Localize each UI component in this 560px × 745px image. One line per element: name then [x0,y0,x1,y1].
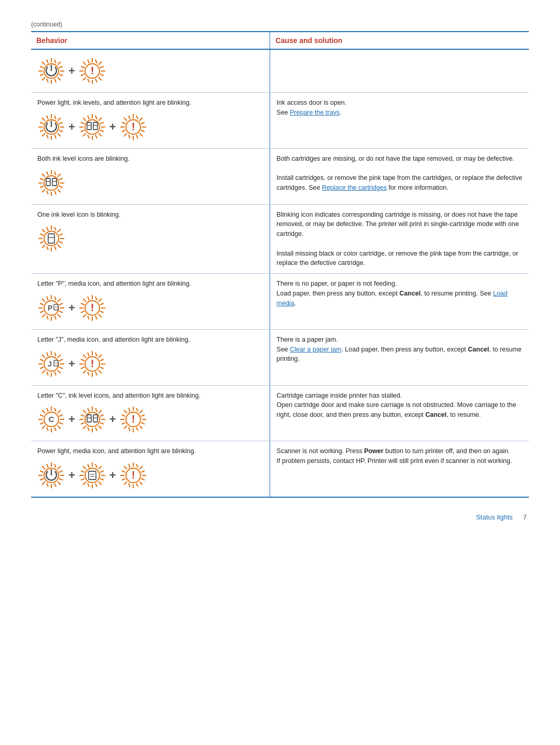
period: . [340,109,341,116]
svg-line-240 [88,427,89,431]
behavior-cell: Power light, media icon, and attention l… [37,446,263,491]
svg-line-165 [95,297,97,300]
svg-line-273 [59,479,63,480]
status-lights-link[interactable]: Status lights [476,513,513,521]
svg-line-44 [59,130,63,132]
svg-line-77 [124,118,127,121]
plus-sign: + [68,121,75,133]
svg-line-174 [58,370,61,373]
cause-text: Open cartridge door and make sure carria… [276,401,516,418]
svg-line-4 [42,62,45,65]
period: . [294,300,296,307]
cause-text: Blinking icon indicates corresponding ca… [276,211,519,238]
plus-sign: + [109,414,116,425]
svg-line-307 [124,482,127,485]
svg-line-15 [47,79,48,82]
svg-line-177 [40,359,44,361]
svg-line-158 [99,299,102,302]
svg-line-79 [124,133,127,136]
svg-line-65 [95,135,97,138]
cause-cell: There is no paper, or paper is not feedi… [270,274,529,330]
svg-line-12 [47,60,48,63]
svg-line-285 [83,466,86,469]
svg-line-290 [100,479,104,480]
svg-line-183 [54,353,56,356]
svg-line-272 [40,471,44,472]
exclaim-blink-icon: ! [78,294,106,322]
svg-line-28 [100,66,104,68]
svg-line-66 [95,116,97,119]
svg-line-46 [59,122,63,124]
col2-header: Cause and solution [270,32,529,49]
svg-line-84 [141,122,145,124]
svg-line-234 [100,423,104,424]
clear-paper-jam-link[interactable]: Clear a paper jam [290,346,341,353]
svg-line-124 [47,227,48,231]
svg-line-268 [42,466,45,469]
svg-line-23 [83,77,86,80]
svg-line-135 [42,299,45,302]
main-table: Behavior Cause and solution [31,31,529,498]
behavior-cell: + [37,55,263,87]
icon-row [37,224,263,252]
svg-line-308 [139,466,143,469]
svg-line-136 [58,314,61,317]
svg-line-47 [47,116,48,119]
cause-cell: Both cartridges are missing, or do not h… [270,148,529,204]
svg-line-309 [122,471,125,472]
svg-point-297 [85,468,100,483]
icon-row: + [37,113,263,141]
exclaim-blink-icon: ! [119,405,147,433]
svg-line-314 [136,483,138,487]
svg-line-211 [42,410,45,413]
cause-text: Cartridge carriage inside printer has st… [276,392,402,399]
svg-line-270 [42,482,45,485]
table-row: Letter "J", media icon, and attention li… [31,329,529,385]
svg-line-78 [139,133,143,136]
svg-line-278 [54,464,56,468]
svg-line-313 [129,464,130,468]
replace-cartridges-link[interactable]: Replace the cartridges [322,184,387,191]
svg-line-22 [99,77,102,80]
icon-row [37,169,263,197]
cause-text: If problem persists, contact HP. Printer… [276,457,512,465]
svg-line-45 [40,130,44,132]
svg-line-8 [40,66,44,68]
icon-row: + [37,57,263,85]
cause-text: Load paper, then press any button, excep… [276,290,493,297]
svg-line-67 [88,135,89,138]
svg-line-137 [42,314,45,317]
svg-line-238 [95,427,97,431]
svg-line-275 [59,471,63,472]
svg-line-213 [42,426,45,429]
svg-line-42 [58,118,61,121]
cause-text: See [276,346,290,353]
plus-sign: + [68,302,75,314]
svg-line-99 [40,178,44,180]
svg-line-260 [136,408,138,412]
svg-line-95 [42,174,45,177]
svg-line-30 [95,79,97,82]
svg-line-279 [47,483,48,487]
svg-line-43 [40,122,44,124]
svg-line-41 [42,133,45,136]
svg-line-138 [58,299,61,302]
table-row: + [31,49,529,93]
svg-line-217 [40,423,44,424]
svg-line-286 [99,482,102,485]
p-media-blink-icon: P [37,294,65,322]
behavior-text: Power light, ink levels, and attention l… [37,98,263,108]
svg-line-222 [47,427,48,431]
svg-line-261 [129,427,130,431]
icon-row: J + [37,350,263,378]
svg-line-10 [40,74,44,76]
cause-cell: Scanner is not working. Press Power butt… [270,441,529,497]
svg-line-274 [40,479,44,480]
cause-cell: Cartridge carriage inside printer has st… [270,385,529,441]
svg-text:!: ! [91,302,94,313]
svg-line-184 [47,372,48,375]
svg-line-276 [47,464,48,468]
svg-line-123 [59,234,63,235]
prepare-trays-link[interactable]: Prepare the trays [290,109,340,116]
svg-line-60 [81,122,85,124]
